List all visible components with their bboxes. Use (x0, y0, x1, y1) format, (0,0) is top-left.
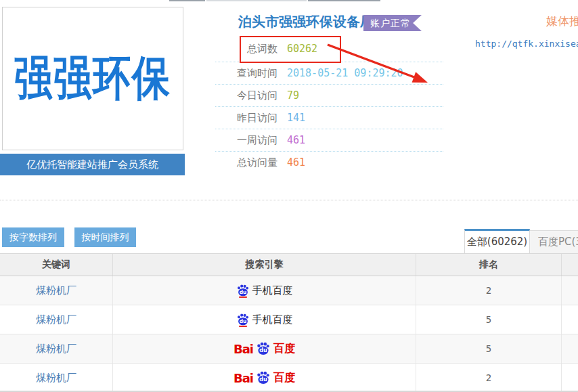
svg-text:du: du (239, 318, 246, 324)
table-header-row: 关键词 搜索引擎 排名 (0, 253, 578, 276)
keyword-table: 关键词 搜索引擎 排名 煤粉机厂 du 手机百度 2 煤粉机 (0, 253, 578, 392)
stat-value: 141 (287, 112, 305, 124)
company-name-title: 泊头市强强环保设备厂 (238, 13, 374, 31)
stat-value: 461 (287, 134, 305, 146)
stat-label: 今日访问 (237, 89, 277, 102)
media-section-title: 媒体推广 (546, 14, 578, 29)
keyword-link[interactable]: 煤粉机厂 (36, 372, 76, 385)
header-keyword: 关键词 (0, 254, 113, 276)
baidu-logo-text: Bai (234, 371, 253, 385)
stat-value: 79 (287, 89, 299, 102)
engine-cell: Bai du 百度 (234, 341, 295, 357)
stat-label: 总访问量 (237, 156, 277, 169)
engine-label: 百度 (273, 371, 295, 385)
account-status-badge: 账户正常 (363, 15, 422, 31)
engine-cell: Bai du 百度 (234, 370, 295, 386)
annotation-red-box (240, 36, 341, 63)
tab-baidu-pc[interactable]: 百度PC(30 (530, 230, 578, 253)
company-logo-box: 强强环保 (2, 7, 183, 150)
stat-row-yesterday-visits: 昨日访问 141 (215, 107, 443, 129)
stat-value: 2018-05-21 09:29:20 (287, 67, 403, 79)
baidu-paw-icon: du (236, 313, 250, 327)
header-engine: 搜索引擎 (113, 254, 416, 276)
baidu-paw-icon: du (236, 284, 250, 298)
stat-row-total-visits: 总访问量 461 (215, 152, 443, 173)
engine-cell: du 手机百度 (236, 313, 293, 327)
rank-value: 2 (486, 372, 491, 383)
engine-cell: du 手机百度 (236, 284, 293, 298)
svg-text:du: du (259, 376, 267, 383)
stat-label: 一周访问 (237, 134, 277, 147)
header-rank: 排名 (416, 254, 562, 276)
rank-value: 5 (486, 314, 491, 325)
rank-value: 2 (486, 285, 491, 296)
table-row: 煤粉机厂 du 手机百度 2 (0, 276, 578, 305)
keyword-link[interactable]: 煤粉机厂 (36, 284, 76, 297)
sort-by-words-button[interactable]: 按字数排列 (2, 227, 64, 247)
top-edge-segment (206, 0, 307, 1)
company-logo-text: 强强环保 (14, 47, 171, 111)
table-row: 煤粉机厂 du 手机百度 5 (0, 305, 578, 334)
engine-label: 百度 (273, 342, 295, 356)
sort-by-time-button[interactable]: 按时间排列 (74, 227, 136, 247)
header-extra (562, 254, 578, 276)
engine-label: 手机百度 (252, 313, 293, 326)
table-row: 煤粉机厂 Bai du 百度 5 (0, 334, 578, 364)
stat-row-week-visits: 一周访问 461 (215, 129, 443, 152)
top-edge-segment (169, 0, 205, 1)
stat-row-today-visits: 今日访问 79 (215, 85, 443, 107)
baidu-paw-icon: du (256, 341, 271, 357)
baidu-logo-text: Bai (234, 342, 253, 356)
stat-label: 查询时间 (237, 67, 277, 80)
tab-all[interactable]: 全部(60262) (464, 229, 530, 253)
stat-label: 昨日访问 (237, 112, 277, 125)
svg-text:du: du (239, 289, 246, 295)
stat-value: 461 (287, 156, 305, 169)
rank-value: 5 (486, 343, 491, 354)
table-row: 煤粉机厂 Bai du 百度 2 (0, 364, 578, 392)
top-edge-segment (308, 0, 380, 1)
section-divider (0, 200, 578, 200)
engine-label: 手机百度 (252, 284, 293, 297)
keyword-link[interactable]: 煤粉机厂 (36, 343, 76, 355)
baidu-paw-icon: du (256, 370, 271, 386)
stat-row-query-time: 查询时间 2018-05-21 09:29:20 (215, 62, 443, 85)
keyword-link[interactable]: 煤粉机厂 (36, 313, 76, 326)
system-banner: 亿优托智能建站推广会员系统 (0, 154, 185, 175)
site-url-link[interactable]: http://qtfk.xinxisea. (475, 39, 578, 49)
svg-text:du: du (259, 347, 267, 353)
